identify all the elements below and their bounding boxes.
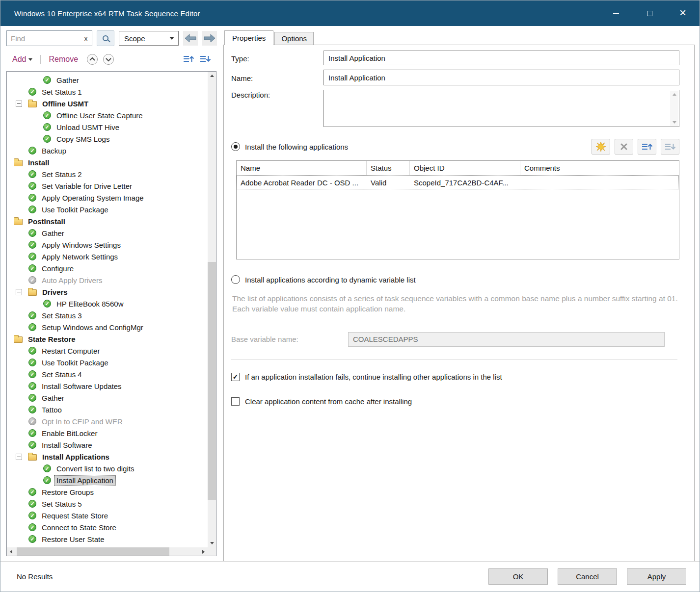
tree-item[interactable]: Auto Apply Drivers — [7, 274, 208, 286]
tree-item[interactable]: Set Status 3 — [7, 309, 208, 321]
maximize-button[interactable] — [633, 0, 666, 26]
collapse-icon[interactable] — [16, 454, 22, 460]
find-box: x — [6, 30, 92, 46]
ok-button[interactable]: OK — [488, 568, 548, 585]
tree-item[interactable]: Set Status 2 — [7, 168, 208, 180]
move-application-up-button[interactable] — [638, 139, 656, 154]
cancel-button[interactable]: Cancel — [558, 568, 617, 585]
tree-horizontal-scrollbar[interactable] — [7, 547, 208, 556]
tree-item-label: Gather — [54, 76, 81, 85]
remove-button[interactable]: Remove — [45, 55, 82, 64]
tree-item[interactable]: Copy SMS Logs — [7, 133, 208, 145]
delete-application-button[interactable] — [615, 139, 633, 154]
close-button[interactable]: × — [666, 0, 700, 26]
install-following-apps-radio[interactable] — [231, 142, 240, 151]
tree-item[interactable]: Restart Computer — [7, 345, 208, 357]
search-button[interactable] — [97, 30, 114, 46]
find-input[interactable] — [7, 31, 80, 46]
name-row: Name: — [231, 70, 679, 85]
application-cell: Adobe Acrobat Reader DC - OSD ... — [237, 176, 367, 189]
tree-item[interactable]: Offline User State Capture — [7, 109, 208, 121]
move-application-down-button[interactable] — [661, 139, 679, 154]
tab-options[interactable]: Options — [274, 32, 314, 45]
minimize-button[interactable] — [599, 0, 633, 26]
tree-item[interactable]: Connect to State Store — [7, 521, 208, 533]
collapse-icon[interactable] — [16, 101, 22, 107]
scroll-down-icon[interactable] — [208, 539, 216, 547]
tree-item[interactable]: State Restore — [7, 333, 208, 345]
tree-item[interactable]: Offline USMT — [7, 98, 208, 109]
move-step-up-button[interactable] — [180, 54, 197, 65]
column-header-object-id[interactable]: Object ID — [410, 161, 520, 175]
tree-item[interactable]: Restore Groups — [7, 486, 208, 498]
apply-button[interactable]: Apply — [627, 568, 686, 585]
tree-item[interactable]: Request State Store — [7, 510, 208, 521]
column-header-name[interactable]: Name — [237, 161, 367, 175]
column-header-status[interactable]: Status — [367, 161, 410, 175]
tree-item[interactable]: Set Status 1 — [7, 86, 208, 98]
add-button[interactable]: Add — [8, 55, 36, 64]
tree-item[interactable]: Use Toolkit Package — [7, 357, 208, 368]
tree-item[interactable]: Install Software — [7, 439, 208, 451]
tree-item[interactable]: Drivers — [7, 286, 208, 298]
tree-item[interactable]: Apply Network Settings — [7, 251, 208, 262]
description-textarea[interactable] — [323, 90, 679, 127]
tree-item[interactable]: Restore User State — [7, 533, 208, 545]
new-application-button[interactable] — [592, 139, 610, 154]
tree-item[interactable]: Backup — [7, 145, 208, 156]
expand-all-button[interactable] — [103, 53, 114, 65]
collapse-icon[interactable] — [16, 289, 22, 295]
tree-item[interactable]: Use Toolkit Package — [7, 204, 208, 215]
tree-item[interactable]: Gather — [7, 392, 208, 404]
tree-item-label: Set Status 5 — [40, 499, 84, 509]
scroll-up-icon[interactable] — [673, 93, 676, 96]
tree-item[interactable]: Opt In to CEIP and WER — [7, 415, 208, 427]
tree-item[interactable]: Gather — [7, 227, 208, 239]
tree-item[interactable]: Install Applications — [7, 451, 208, 463]
tree-item[interactable]: Install Software Updates — [7, 380, 208, 392]
tree-item[interactable]: Gather — [7, 74, 208, 86]
find-previous-button[interactable] — [183, 31, 198, 46]
description-scrollbar[interactable] — [670, 91, 678, 126]
tree-item[interactable]: Convert list to two digits — [7, 463, 208, 474]
maximize-icon — [647, 11, 652, 16]
tree-item[interactable]: Set Variable for Drive Letter — [7, 180, 208, 192]
name-input[interactable] — [323, 70, 679, 85]
tree-item-label: Install Application — [54, 476, 115, 485]
find-clear-button[interactable]: x — [80, 31, 92, 46]
dynamic-variable-list-radio[interactable] — [231, 275, 240, 284]
tree-item[interactable]: Configure — [7, 262, 208, 274]
collapse-all-button[interactable] — [86, 53, 98, 65]
find-next-button[interactable] — [202, 31, 217, 46]
tree-item[interactable]: Enable BitLocker — [7, 427, 208, 439]
tree-item[interactable]: Setup Windows and ConfigMgr — [7, 321, 208, 333]
tree-item[interactable]: Set Status 5 — [7, 498, 208, 510]
column-header-comments[interactable]: Comments — [520, 161, 679, 175]
tree-item[interactable]: Set Status 4 — [7, 368, 208, 380]
tree-item-label: Enable BitLocker — [40, 429, 99, 438]
step-check-icon — [28, 88, 36, 96]
tree-item[interactable]: HP EliteBook 8560w — [7, 298, 208, 309]
vertical-scroll-thumb[interactable] — [208, 262, 216, 500]
tree-vertical-scrollbar[interactable] — [208, 72, 216, 547]
name-label: Name: — [231, 73, 323, 82]
tree-item[interactable]: Unload USMT Hive — [7, 121, 208, 133]
move-step-down-button[interactable] — [197, 54, 214, 65]
tab-properties[interactable]: Properties — [224, 30, 273, 45]
application-row[interactable]: Adobe Acrobat Reader DC - OSD ...ValidSc… — [237, 176, 679, 189]
tree-item[interactable]: Install — [7, 156, 208, 168]
scroll-up-icon[interactable] — [208, 72, 216, 80]
clear-cache-checkbox[interactable] — [231, 397, 240, 406]
tree-item[interactable]: Apply Operating System Image — [7, 192, 208, 204]
scroll-right-icon[interactable] — [199, 547, 208, 556]
scope-dropdown[interactable]: Scope — [119, 31, 179, 46]
horizontal-scroll-thumb[interactable] — [17, 547, 169, 556]
step-check-icon — [28, 206, 36, 213]
scroll-down-icon[interactable] — [673, 121, 676, 124]
scroll-left-icon[interactable] — [7, 547, 15, 556]
tree-item[interactable]: PostInstall — [7, 215, 208, 227]
tree-item[interactable]: Install Application — [7, 474, 208, 486]
continue-on-fail-checkbox[interactable] — [231, 373, 240, 381]
tree-item[interactable]: Apply Windows Settings — [7, 239, 208, 251]
tree-item[interactable]: Tattoo — [7, 404, 208, 415]
